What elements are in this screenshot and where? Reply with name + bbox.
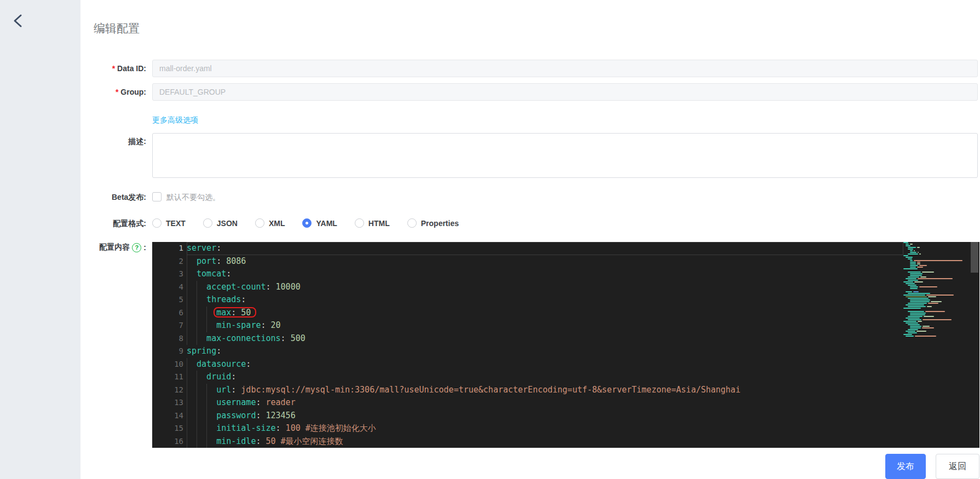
- data-id-label: *Data ID:: [48, 64, 146, 73]
- radio-circle-icon[interactable]: [152, 218, 162, 228]
- beta-checkbox[interactable]: [152, 192, 162, 201]
- radio-circle-icon[interactable]: [302, 218, 312, 228]
- format-radio-html[interactable]: HTML: [355, 218, 390, 228]
- radio-circle-icon[interactable]: [407, 218, 417, 228]
- radio-label: YAML: [316, 219, 337, 228]
- code-lines[interactable]: server:port: 8086tomcat:accept-count: 10…: [187, 242, 979, 448]
- code-line-3[interactable]: tomcat:: [187, 268, 979, 281]
- description-textarea[interactable]: [152, 133, 978, 178]
- back-button[interactable]: 返回: [936, 454, 979, 479]
- code-line-4[interactable]: accept-count: 10000: [187, 281, 979, 294]
- format-radio-yaml[interactable]: YAML: [302, 218, 337, 228]
- code-line-5[interactable]: threads:: [187, 293, 979, 307]
- red-annotation-box: max: 50: [216, 308, 251, 318]
- question-circle-icon[interactable]: ?: [132, 243, 141, 252]
- back-arrow-icon[interactable]: [11, 13, 26, 28]
- format-radio-group: TEXTJSONXMLYAMLHTMLProperties: [152, 218, 459, 228]
- radio-label: JSON: [217, 219, 238, 228]
- publish-button[interactable]: 发布: [885, 454, 926, 479]
- code-line-1[interactable]: server:: [187, 242, 979, 255]
- advanced-options-link[interactable]: 更多高级选项: [152, 116, 198, 125]
- code-line-9[interactable]: spring:: [187, 345, 979, 358]
- code-line-16[interactable]: min-idle: 50 #最小空闲连接数: [187, 435, 979, 448]
- format-radio-properties[interactable]: Properties: [407, 218, 459, 228]
- code-line-2[interactable]: port: 8086: [187, 255, 979, 268]
- group-input: DEFAULT_GROUP: [152, 83, 978, 101]
- code-line-13[interactable]: username: reader: [187, 396, 979, 409]
- radio-label: TEXT: [166, 219, 186, 228]
- required-asterisk: *: [116, 88, 118, 96]
- format-label: 配置格式:: [48, 219, 146, 229]
- config-content-editor[interactable]: 12345678910111213141516 server:port: 808…: [152, 242, 979, 448]
- code-line-15[interactable]: initial-size: 100 #连接池初始化大小: [187, 422, 979, 435]
- editor-scrollbar-thumb[interactable]: [971, 242, 978, 273]
- radio-circle-icon[interactable]: [355, 218, 364, 228]
- radio-label: Properties: [421, 219, 459, 228]
- beta-checkbox-hint: 默认不要勾选。: [166, 193, 220, 203]
- code-line-8[interactable]: max-connections: 500: [187, 332, 979, 345]
- code-line-14[interactable]: password: 123456: [187, 409, 979, 423]
- code-line-6[interactable]: max: 50: [187, 307, 979, 320]
- radio-label: XML: [269, 219, 285, 228]
- code-line-10[interactable]: datasource:: [187, 358, 979, 371]
- code-line-11[interactable]: druid:: [187, 371, 979, 384]
- format-radio-json[interactable]: JSON: [203, 218, 238, 228]
- description-label: 描述:: [48, 137, 146, 147]
- code-line-7[interactable]: min-spare: 20: [187, 319, 979, 332]
- required-asterisk: *: [112, 64, 115, 73]
- radio-circle-icon[interactable]: [255, 218, 264, 228]
- radio-label: HTML: [368, 219, 390, 228]
- content-label: 配置内容 ? :: [48, 243, 146, 252]
- code-line-12[interactable]: url: jdbc:mysql://mysql-min:3306/mall?us…: [187, 384, 979, 397]
- radio-circle-icon[interactable]: [203, 218, 212, 228]
- page-title: 编辑配置: [94, 21, 140, 36]
- data-id-input: mall-order.yaml: [152, 60, 978, 77]
- beta-label: Beta发布:: [48, 193, 146, 203]
- group-label: *Group:: [48, 88, 146, 96]
- line-number-gutter: 12345678910111213141516: [152, 242, 187, 448]
- format-radio-xml[interactable]: XML: [255, 218, 285, 228]
- format-radio-text[interactable]: TEXT: [152, 218, 186, 228]
- editor-minimap[interactable]: [903, 242, 965, 448]
